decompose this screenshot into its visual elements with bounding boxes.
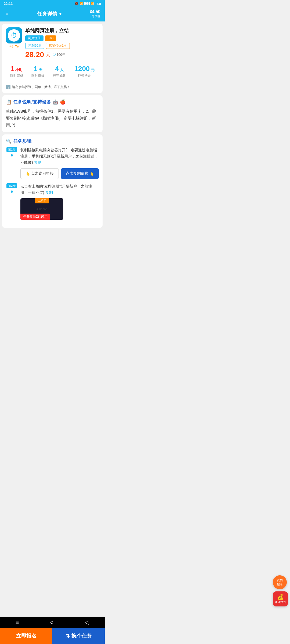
header-share[interactable]: ¥4.50 分享赚 <box>90 9 100 18</box>
stat-value-review: 1 天 <box>31 65 44 73</box>
steps-card: 🔍 任务步骤 第1步 复制链接到电脑浏览器打开(一定要通过电脑端注册，手机端无效… <box>2 134 103 228</box>
wifi-icon: 📶 <box>79 2 83 5</box>
follow-ta-button[interactable]: 关注TA <box>9 45 19 49</box>
hand-icon: 👆 <box>26 171 30 176</box>
step-2-text: 点击右上角的"立即注册"(只要新户，之前注册，一律不过) 复制 <box>20 183 99 196</box>
stat-label-time: 限时完成 <box>10 74 23 78</box>
task-header: ⏱ 关注TA 单纯网页注册，立结 网页注册 aws 还剩26单 店铺仅做1次 2… <box>6 27 99 59</box>
tag-webpage-register: 网页注册 <box>25 35 44 41</box>
back-button[interactable]: ＜ <box>4 10 10 17</box>
illustration-label: 说明图 <box>35 198 49 203</box>
price-row: 28.20 元 🛡 100元 <box>25 50 99 59</box>
step-1-badge: 第1步 <box>6 147 17 152</box>
share-amount: ¥4.50 <box>90 9 100 14</box>
dropdown-icon[interactable]: ▼ <box>59 12 62 16</box>
task-title: 单纯网页注册，立结 <box>25 27 99 34</box>
reward-badge: 任务奖励28.20元 <box>20 214 50 220</box>
stat-label-completed: 已完成数 <box>53 74 66 78</box>
step-1-dot <box>11 154 13 156</box>
copy-link-button[interactable]: 点击复制链接 👆 <box>61 168 99 179</box>
shield-icon: 🛡 <box>53 53 56 57</box>
visit-link-button[interactable]: 👆 点击访问链接 <box>20 168 59 179</box>
step-1-content: 复制链接到电脑浏览器打开(一定要通过电脑端注册，手机端无效)(只要新用户，之前注… <box>20 147 99 179</box>
header-title: 任务详情 ▼ <box>37 10 62 17</box>
stat-review-limit: 1 天 限时审核 <box>31 65 44 78</box>
step-1: 第1步 复制链接到电脑浏览器打开(一定要通过电脑端注册，手机端无效)(只要新用户… <box>6 147 99 179</box>
envelope-icon: 📋 <box>6 99 12 105</box>
step-2-copy-btn[interactable]: 复制 <box>45 190 53 195</box>
steps-icon: 🔍 <box>6 138 12 144</box>
tag-remaining: 还剩26单 <box>25 43 44 49</box>
status-icons: 🔕 📶 HD 📶 [53] <box>75 2 101 5</box>
status-time: 22:11 <box>4 2 13 6</box>
task-logo-col: ⏱ 关注TA <box>6 27 22 49</box>
main-content: ⏱ 关注TA 单纯网页注册，立结 网页注册 aws 还剩26单 店铺仅做1次 2… <box>0 21 105 260</box>
price-main: 28.20 <box>25 50 44 59</box>
header: ＜ 任务详情 ▼ ¥4.50 分享赚 <box>0 7 105 21</box>
task-limit-tags: 还剩26单 店铺仅做1次 <box>25 43 99 49</box>
stat-completed: 4 人 已完成数 <box>53 65 66 78</box>
desc-section-title: 📋 任务说明/支持设备 🤖 🍎 <box>6 99 99 105</box>
stat-time-limit: 1 小时 限时完成 <box>10 65 23 78</box>
step-2-badge-col: 第2步 <box>6 183 18 220</box>
tag-shop-limit: 店铺仅做1次 <box>46 43 70 49</box>
step-1-copy-btn[interactable]: 复制 <box>34 160 42 164</box>
warning-notice: ℹ️ 请勿参与投资、刷单、赌博、私下交易！ <box>6 83 99 89</box>
escrow-info: 🛡 100元 <box>53 53 65 57</box>
price-unit: 元 <box>46 52 50 58</box>
tag-aws: aws <box>45 35 56 41</box>
warning-icon: ℹ️ <box>6 85 10 89</box>
step-2: 第2步 点击右上角的"立即注册"(只要新户，之前注册，一律不过) 复制 Amaz… <box>6 183 99 220</box>
step-2-badge: 第2步 <box>6 183 17 188</box>
timer-icon: ⏱ <box>11 32 17 39</box>
hd-icon: HD <box>84 2 90 5</box>
status-bar: 22:11 🔕 📶 HD 📶 [53] <box>0 0 105 7</box>
step-1-text: 复制链接到电脑浏览器打开(一定要通过电脑端注册，手机端无效)(只要新用户，之前注… <box>20 147 99 166</box>
stat-value-completed: 4 人 <box>53 65 66 73</box>
task-overview-card: ⏱ 关注TA 单纯网页注册，立结 网页注册 aws 还剩26单 店铺仅做1次 2… <box>2 24 103 93</box>
task-tags: 网页注册 aws <box>25 35 99 41</box>
stat-escrow-amount: 1200 元 托管赏金 <box>74 65 95 78</box>
illustration-image: Amazon 说明图 任务奖励28.20元 <box>20 198 63 220</box>
task-logo: ⏱ <box>6 27 22 43</box>
steps-section-title: 🔍 任务步骤 <box>6 138 99 144</box>
step-1-badge-col: 第1步 <box>6 147 18 179</box>
stat-value-time: 1 小时 <box>10 65 23 73</box>
step-1-buttons: 👆 点击访问链接 点击复制链接 👆 <box>20 168 99 179</box>
copy-icon: 👆 <box>89 171 94 176</box>
description-card: 📋 任务说明/支持设备 🤖 🍎 单纯AWS账号，前提条件1、需要有信用卡，2、需… <box>2 95 103 132</box>
apple-icon: 🍎 <box>60 99 66 105</box>
stats-row: 1 小时 限时完成 1 天 限时审核 4 人 已完成数 1200 元 托管赏金 <box>6 62 99 81</box>
stat-value-escrow: 1200 元 <box>74 65 95 73</box>
illustration-area: Amazon 说明图 任务奖励28.20元 <box>20 198 99 220</box>
battery-icon: [53] <box>96 2 101 5</box>
warning-text: 请勿参与投资、刷单、赌博、私下交易！ <box>12 85 70 89</box>
step-2-content: 点击右上角的"立即注册"(只要新户，之前注册，一律不过) 复制 Amazon 说… <box>20 183 99 220</box>
task-info: 单纯网页注册，立结 网页注册 aws 还剩26单 店铺仅做1次 28.20 元 … <box>25 27 99 59</box>
task-logo-inner: ⏱ <box>8 29 20 42</box>
stat-label-review: 限时审核 <box>31 74 44 78</box>
stat-label-escrow: 托管赏金 <box>74 74 95 78</box>
android-icon: 🤖 <box>53 99 58 105</box>
mute-icon: 🔕 <box>75 2 78 5</box>
signal-icon: 📶 <box>91 2 95 5</box>
desc-text: 单纯AWS账号，前提条件1、需要有信用卡，2、需要复制链接然后在电脑端注册(一定… <box>6 108 99 129</box>
step-2-dot <box>11 191 13 193</box>
share-label: 分享赚 <box>92 14 100 18</box>
